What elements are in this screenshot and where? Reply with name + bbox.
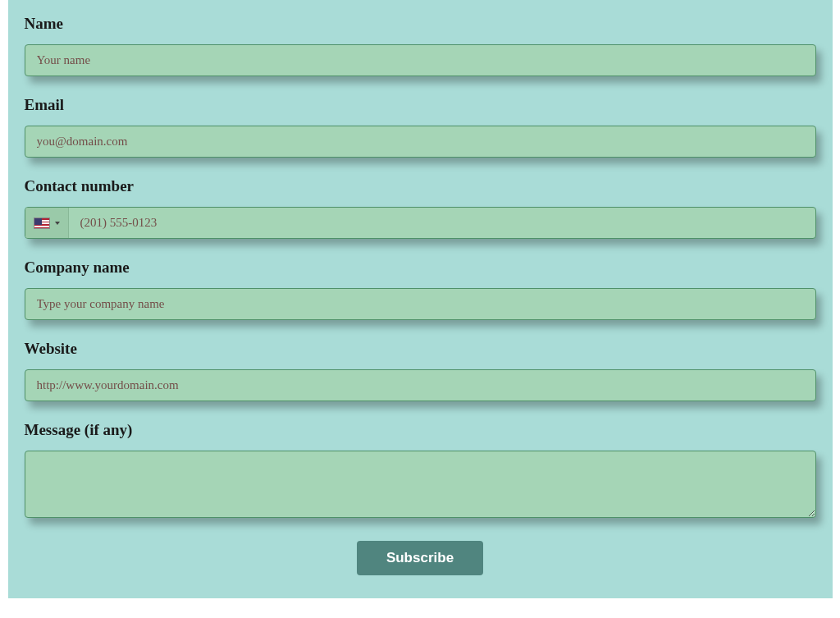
email-label: Email [25, 96, 816, 114]
email-input[interactable] [25, 126, 816, 158]
phone-label: Contact number [25, 177, 816, 195]
phone-input[interactable] [69, 208, 815, 238]
field-group-phone: Contact number [25, 177, 816, 239]
name-label: Name [25, 15, 816, 33]
flag-usa-icon [34, 217, 50, 229]
website-input[interactable] [25, 369, 816, 401]
field-group-website: Website [25, 340, 816, 401]
website-label: Website [25, 340, 816, 358]
name-input[interactable] [25, 44, 816, 76]
field-group-name: Name [25, 15, 816, 76]
field-group-message: Message (if any) [25, 421, 816, 521]
field-group-email: Email [25, 96, 816, 158]
field-group-company: Company name [25, 259, 816, 320]
subscription-form: Name Email Contact number Company name W… [8, 0, 833, 598]
country-selector[interactable] [25, 208, 69, 238]
subscribe-button[interactable]: Subscribe [357, 541, 483, 575]
company-label: Company name [25, 259, 816, 277]
message-label: Message (if any) [25, 421, 816, 439]
phone-input-wrapper [25, 207, 816, 239]
submit-row: Subscribe [25, 541, 816, 575]
company-input[interactable] [25, 288, 816, 320]
chevron-down-icon [55, 222, 60, 225]
message-textarea[interactable] [25, 451, 816, 518]
